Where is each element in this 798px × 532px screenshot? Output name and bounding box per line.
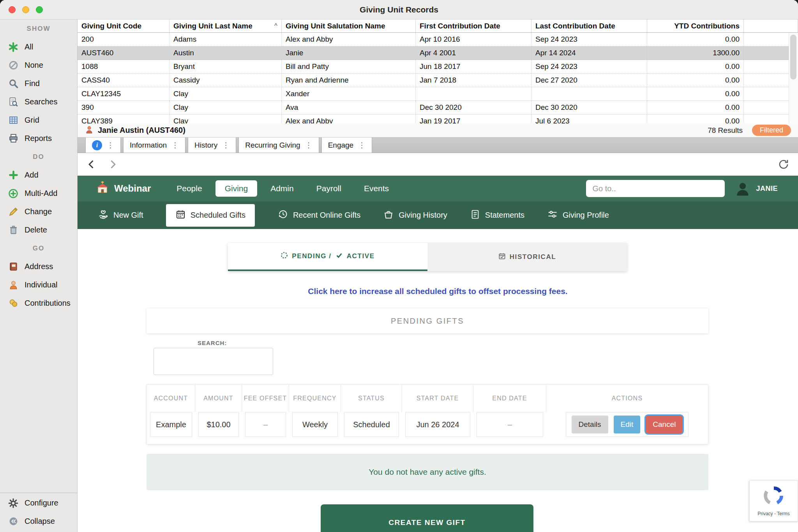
column-header-ytd[interactable]: YTD Contributions <box>647 19 744 32</box>
tab-menu-dots-icon[interactable]: ⋮ <box>305 141 312 150</box>
zoom-window-button[interactable] <box>36 6 43 13</box>
sidebar-item-label: Grid <box>25 116 39 125</box>
table-row[interactable]: CLAY12345 Clay Xander 0.00 <box>78 87 798 101</box>
tab-label: HISTORICAL <box>510 253 556 261</box>
gift-amount: $10.00 <box>198 412 239 437</box>
tab-pending-active[interactable]: PENDING / ACTIVE <box>228 243 427 271</box>
subnav-statements[interactable]: Statements <box>470 209 524 222</box>
add-icon <box>8 170 19 181</box>
sidebar: SHOW All None Find Searches Grid Reports… <box>0 19 78 532</box>
cell-salutation: Xander <box>282 87 416 100</box>
goto-input[interactable] <box>586 180 725 197</box>
record-tab-engage[interactable]: Engage ⋮ <box>321 137 373 153</box>
trash-icon <box>8 225 19 236</box>
gift-end-date: – <box>477 412 543 437</box>
nav-item-people[interactable]: People <box>167 180 211 197</box>
column-header-code[interactable]: Giving Unit Code <box>78 19 169 32</box>
subnav-giving-history[interactable]: Giving History <box>383 209 447 222</box>
sidebar-item-none[interactable]: None <box>0 56 77 74</box>
webview-nav-row <box>78 153 798 176</box>
cell-last-date: Dec 30 2020 <box>531 101 647 114</box>
sidebar-item-delete[interactable]: Delete <box>0 221 77 239</box>
check-icon <box>335 252 343 261</box>
subnav-giving-profile[interactable]: Giving Profile <box>547 209 609 222</box>
tab-menu-dots-icon[interactable]: ⋮ <box>222 141 230 150</box>
column-header-first-contribution[interactable]: First Contribution Date <box>416 19 531 32</box>
column-header-last-name[interactable]: Giving Unit Last Name ^ <box>169 19 282 32</box>
refresh-icon[interactable] <box>778 159 789 170</box>
sidebar-item-change[interactable]: Change <box>0 203 77 221</box>
filtered-badge[interactable]: Filtered <box>752 125 791 136</box>
record-tab-information[interactable]: Information ⋮ <box>123 137 185 153</box>
cancel-button[interactable]: Cancel <box>646 416 683 433</box>
sidebar-item-contributions[interactable]: Contributions <box>0 294 77 312</box>
nav-item-events[interactable]: Events <box>355 180 398 197</box>
sidebar-item-label: Find <box>25 79 40 88</box>
sidebar-item-multi-add[interactable]: Multi-Add <box>0 184 77 203</box>
user-name[interactable]: JANIE <box>756 185 778 193</box>
back-button[interactable] <box>86 159 97 170</box>
gift-actions: Details Edit Cancel <box>566 412 689 437</box>
scrollbar-thumb[interactable] <box>790 35 796 79</box>
record-tab-info[interactable]: i ⋮ <box>85 137 121 153</box>
table-row[interactable]: CLAY389 Clay Alex and Abby Jan 19 2017 J… <box>78 115 798 123</box>
tab-historical[interactable]: HISTORICAL <box>427 243 627 271</box>
sidebar-item-find[interactable]: Find <box>0 74 77 93</box>
fee-offset-link[interactable]: Click here to increase all scheduled gif… <box>78 287 798 296</box>
minimize-window-button[interactable] <box>22 6 29 13</box>
sidebar-item-all[interactable]: All <box>0 38 77 56</box>
sidebar-item-collapse[interactable]: Collapse <box>0 512 77 530</box>
close-window-button[interactable] <box>9 6 16 13</box>
search-input[interactable] <box>154 348 273 375</box>
cell-last-name: Clay <box>169 101 282 114</box>
cell-ytd: 0.00 <box>647 60 744 73</box>
user-avatar-icon[interactable] <box>734 180 751 197</box>
column-header-salutation[interactable]: Giving Unit Salutation Name <box>282 19 416 32</box>
recaptcha-privacy-terms[interactable]: Privacy - Terms <box>757 511 789 516</box>
tab-menu-dots-icon[interactable]: ⋮ <box>171 141 179 150</box>
edit-button[interactable]: Edit <box>614 416 641 433</box>
results-count: 78 Results <box>708 126 743 135</box>
subnav-new-gift[interactable]: New Gift <box>98 209 143 222</box>
sidebar-item-configure[interactable]: Configure <box>0 494 77 512</box>
sidebar-item-address[interactable]: Address <box>0 257 77 276</box>
sidebar-item-searches[interactable]: Searches <box>0 93 77 111</box>
nav-item-payroll[interactable]: Payroll <box>307 180 351 197</box>
main-area: Giving Unit Code Giving Unit Last Name ^… <box>78 19 798 532</box>
site-brand[interactable]: Webinar <box>95 180 151 197</box>
nav-item-admin[interactable]: Admin <box>261 180 303 197</box>
sidebar-item-add[interactable]: Add <box>0 166 77 184</box>
tab-menu-dots-icon[interactable]: ⋮ <box>107 141 114 150</box>
record-tab-recurring-giving[interactable]: Recurring Giving ⋮ <box>238 137 319 153</box>
nav-item-giving[interactable]: Giving <box>215 180 258 197</box>
none-icon <box>8 60 19 71</box>
column-header-last-contribution[interactable]: Last Contribution Date <box>531 19 647 32</box>
subnav-label: Recent Online Gifts <box>293 211 360 220</box>
gift-view-tabs: PENDING / ACTIVE HISTORICAL <box>228 243 627 271</box>
calendar-icon <box>175 209 186 222</box>
forward-button[interactable] <box>107 159 118 170</box>
clock-history-icon <box>277 209 288 222</box>
record-tab-history[interactable]: History ⋮ <box>188 137 236 153</box>
subnav-recent-online-gifts[interactable]: Recent Online Gifts <box>277 209 360 222</box>
table-row-selected[interactable]: AUST460 Austin Janie Apr 4 2001 Apr 14 2… <box>78 46 798 60</box>
sidebar-item-reports[interactable]: Reports <box>0 129 77 148</box>
recaptcha-badge[interactable]: Privacy - Terms <box>749 480 798 521</box>
sidebar-item-individual[interactable]: Individual <box>0 276 77 294</box>
table-row[interactable]: 200 Adams Alex and Abby Apr 10 2016 Sep … <box>78 33 798 46</box>
sidebar-item-grid[interactable]: Grid <box>0 111 77 129</box>
sidebar-item-label: All <box>25 42 33 51</box>
table-scrollbar[interactable] <box>789 33 798 123</box>
table-row[interactable]: 390 Clay Ava Dec 30 2020 Dec 30 2020 0.0… <box>78 101 798 115</box>
sort-caret-icon: ^ <box>274 22 277 30</box>
table-row[interactable]: CASS40 Cassidy Ryan and Adrienne Jan 7 2… <box>78 74 798 87</box>
grid-icon <box>8 115 19 126</box>
gift-account: Example <box>150 412 192 437</box>
details-button[interactable]: Details <box>572 416 608 433</box>
table-row[interactable]: 1088 Bryant Bill and Patty Jun 18 2017 S… <box>78 60 798 74</box>
tab-label: Recurring Giving <box>245 141 300 150</box>
tab-menu-dots-icon[interactable]: ⋮ <box>358 141 365 150</box>
subnav-scheduled-gifts[interactable]: Scheduled Gifts <box>166 204 255 227</box>
create-new-gift-button[interactable]: CREATE NEW GIFT <box>321 504 533 532</box>
cell-ytd: 0.00 <box>647 87 744 100</box>
